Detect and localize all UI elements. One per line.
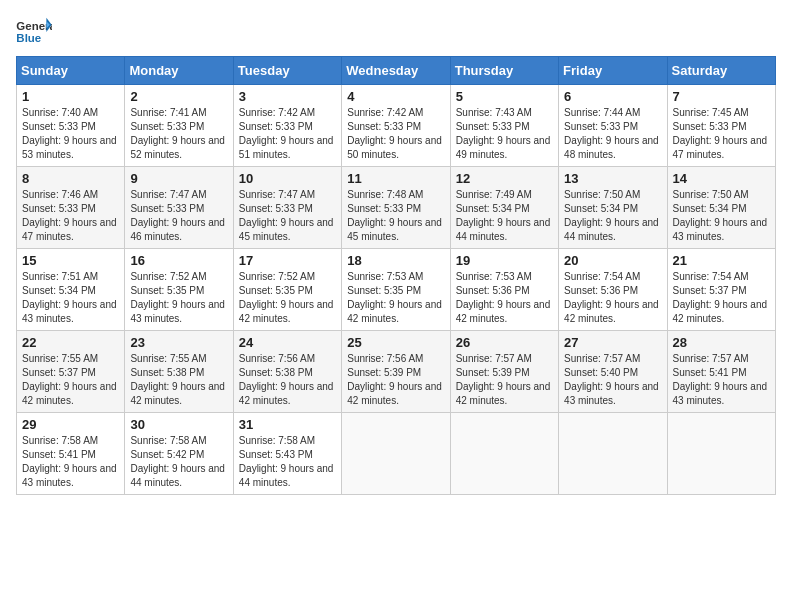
calendar-cell: 30 Sunrise: 7:58 AM Sunset: 5:42 PM Dayl…: [125, 413, 233, 495]
day-number: 21: [673, 253, 770, 268]
day-info: Sunrise: 7:52 AM Sunset: 5:35 PM Dayligh…: [239, 270, 336, 326]
day-number: 22: [22, 335, 119, 350]
day-info: Sunrise: 7:44 AM Sunset: 5:33 PM Dayligh…: [564, 106, 661, 162]
day-info: Sunrise: 7:55 AM Sunset: 5:37 PM Dayligh…: [22, 352, 119, 408]
day-number: 14: [673, 171, 770, 186]
day-number: 27: [564, 335, 661, 350]
day-number: 23: [130, 335, 227, 350]
day-info: Sunrise: 7:54 AM Sunset: 5:36 PM Dayligh…: [564, 270, 661, 326]
calendar-cell: [667, 413, 775, 495]
column-header-saturday: Saturday: [667, 57, 775, 85]
calendar-cell: 10 Sunrise: 7:47 AM Sunset: 5:33 PM Dayl…: [233, 167, 341, 249]
day-info: Sunrise: 7:57 AM Sunset: 5:41 PM Dayligh…: [673, 352, 770, 408]
column-header-wednesday: Wednesday: [342, 57, 450, 85]
day-number: 10: [239, 171, 336, 186]
day-number: 12: [456, 171, 553, 186]
logo: General Blue: [16, 16, 52, 46]
calendar-cell: 31 Sunrise: 7:58 AM Sunset: 5:43 PM Dayl…: [233, 413, 341, 495]
calendar-cell: 9 Sunrise: 7:47 AM Sunset: 5:33 PM Dayli…: [125, 167, 233, 249]
calendar-cell: 22 Sunrise: 7:55 AM Sunset: 5:37 PM Dayl…: [17, 331, 125, 413]
day-number: 3: [239, 89, 336, 104]
day-number: 15: [22, 253, 119, 268]
day-number: 30: [130, 417, 227, 432]
column-header-tuesday: Tuesday: [233, 57, 341, 85]
day-number: 7: [673, 89, 770, 104]
calendar-cell: 21 Sunrise: 7:54 AM Sunset: 5:37 PM Dayl…: [667, 249, 775, 331]
day-info: Sunrise: 7:51 AM Sunset: 5:34 PM Dayligh…: [22, 270, 119, 326]
day-info: Sunrise: 7:42 AM Sunset: 5:33 PM Dayligh…: [239, 106, 336, 162]
day-info: Sunrise: 7:53 AM Sunset: 5:36 PM Dayligh…: [456, 270, 553, 326]
calendar-cell: 7 Sunrise: 7:45 AM Sunset: 5:33 PM Dayli…: [667, 85, 775, 167]
day-number: 29: [22, 417, 119, 432]
day-number: 8: [22, 171, 119, 186]
calendar-cell: 18 Sunrise: 7:53 AM Sunset: 5:35 PM Dayl…: [342, 249, 450, 331]
day-info: Sunrise: 7:55 AM Sunset: 5:38 PM Dayligh…: [130, 352, 227, 408]
calendar-week-2: 8 Sunrise: 7:46 AM Sunset: 5:33 PM Dayli…: [17, 167, 776, 249]
day-info: Sunrise: 7:56 AM Sunset: 5:39 PM Dayligh…: [347, 352, 444, 408]
day-info: Sunrise: 7:45 AM Sunset: 5:33 PM Dayligh…: [673, 106, 770, 162]
day-info: Sunrise: 7:49 AM Sunset: 5:34 PM Dayligh…: [456, 188, 553, 244]
day-info: Sunrise: 7:46 AM Sunset: 5:33 PM Dayligh…: [22, 188, 119, 244]
calendar-cell: 11 Sunrise: 7:48 AM Sunset: 5:33 PM Dayl…: [342, 167, 450, 249]
calendar-cell: 4 Sunrise: 7:42 AM Sunset: 5:33 PM Dayli…: [342, 85, 450, 167]
calendar-cell: 24 Sunrise: 7:56 AM Sunset: 5:38 PM Dayl…: [233, 331, 341, 413]
calendar-cell: 2 Sunrise: 7:41 AM Sunset: 5:33 PM Dayli…: [125, 85, 233, 167]
day-info: Sunrise: 7:41 AM Sunset: 5:33 PM Dayligh…: [130, 106, 227, 162]
calendar-cell: 23 Sunrise: 7:55 AM Sunset: 5:38 PM Dayl…: [125, 331, 233, 413]
day-info: Sunrise: 7:50 AM Sunset: 5:34 PM Dayligh…: [564, 188, 661, 244]
calendar-cell: [450, 413, 558, 495]
day-info: Sunrise: 7:47 AM Sunset: 5:33 PM Dayligh…: [130, 188, 227, 244]
day-number: 11: [347, 171, 444, 186]
day-number: 4: [347, 89, 444, 104]
calendar-cell: 28 Sunrise: 7:57 AM Sunset: 5:41 PM Dayl…: [667, 331, 775, 413]
calendar-cell: 25 Sunrise: 7:56 AM Sunset: 5:39 PM Dayl…: [342, 331, 450, 413]
calendar-header-row: SundayMondayTuesdayWednesdayThursdayFrid…: [17, 57, 776, 85]
calendar-cell: 16 Sunrise: 7:52 AM Sunset: 5:35 PM Dayl…: [125, 249, 233, 331]
day-info: Sunrise: 7:52 AM Sunset: 5:35 PM Dayligh…: [130, 270, 227, 326]
calendar-cell: 20 Sunrise: 7:54 AM Sunset: 5:36 PM Dayl…: [559, 249, 667, 331]
column-header-thursday: Thursday: [450, 57, 558, 85]
calendar-cell: 6 Sunrise: 7:44 AM Sunset: 5:33 PM Dayli…: [559, 85, 667, 167]
calendar-cell: [559, 413, 667, 495]
calendar-week-4: 22 Sunrise: 7:55 AM Sunset: 5:37 PM Dayl…: [17, 331, 776, 413]
day-number: 17: [239, 253, 336, 268]
calendar-cell: 13 Sunrise: 7:50 AM Sunset: 5:34 PM Dayl…: [559, 167, 667, 249]
day-number: 28: [673, 335, 770, 350]
calendar-cell: [342, 413, 450, 495]
calendar-cell: 29 Sunrise: 7:58 AM Sunset: 5:41 PM Dayl…: [17, 413, 125, 495]
day-number: 31: [239, 417, 336, 432]
day-info: Sunrise: 7:58 AM Sunset: 5:43 PM Dayligh…: [239, 434, 336, 490]
calendar-week-3: 15 Sunrise: 7:51 AM Sunset: 5:34 PM Dayl…: [17, 249, 776, 331]
calendar: SundayMondayTuesdayWednesdayThursdayFrid…: [16, 56, 776, 495]
calendar-cell: 19 Sunrise: 7:53 AM Sunset: 5:36 PM Dayl…: [450, 249, 558, 331]
calendar-cell: 5 Sunrise: 7:43 AM Sunset: 5:33 PM Dayli…: [450, 85, 558, 167]
calendar-cell: 1 Sunrise: 7:40 AM Sunset: 5:33 PM Dayli…: [17, 85, 125, 167]
calendar-cell: 17 Sunrise: 7:52 AM Sunset: 5:35 PM Dayl…: [233, 249, 341, 331]
day-number: 13: [564, 171, 661, 186]
day-info: Sunrise: 7:48 AM Sunset: 5:33 PM Dayligh…: [347, 188, 444, 244]
calendar-cell: 26 Sunrise: 7:57 AM Sunset: 5:39 PM Dayl…: [450, 331, 558, 413]
column-header-monday: Monday: [125, 57, 233, 85]
day-number: 18: [347, 253, 444, 268]
day-info: Sunrise: 7:54 AM Sunset: 5:37 PM Dayligh…: [673, 270, 770, 326]
day-info: Sunrise: 7:50 AM Sunset: 5:34 PM Dayligh…: [673, 188, 770, 244]
day-number: 25: [347, 335, 444, 350]
day-info: Sunrise: 7:42 AM Sunset: 5:33 PM Dayligh…: [347, 106, 444, 162]
calendar-cell: 27 Sunrise: 7:57 AM Sunset: 5:40 PM Dayl…: [559, 331, 667, 413]
day-info: Sunrise: 7:57 AM Sunset: 5:40 PM Dayligh…: [564, 352, 661, 408]
calendar-cell: 12 Sunrise: 7:49 AM Sunset: 5:34 PM Dayl…: [450, 167, 558, 249]
day-number: 16: [130, 253, 227, 268]
day-info: Sunrise: 7:53 AM Sunset: 5:35 PM Dayligh…: [347, 270, 444, 326]
day-number: 2: [130, 89, 227, 104]
calendar-cell: 14 Sunrise: 7:50 AM Sunset: 5:34 PM Dayl…: [667, 167, 775, 249]
day-number: 26: [456, 335, 553, 350]
calendar-cell: 8 Sunrise: 7:46 AM Sunset: 5:33 PM Dayli…: [17, 167, 125, 249]
calendar-week-5: 29 Sunrise: 7:58 AM Sunset: 5:41 PM Dayl…: [17, 413, 776, 495]
calendar-cell: 15 Sunrise: 7:51 AM Sunset: 5:34 PM Dayl…: [17, 249, 125, 331]
calendar-cell: 3 Sunrise: 7:42 AM Sunset: 5:33 PM Dayli…: [233, 85, 341, 167]
day-number: 9: [130, 171, 227, 186]
day-number: 24: [239, 335, 336, 350]
header: General Blue: [16, 16, 776, 46]
calendar-week-1: 1 Sunrise: 7:40 AM Sunset: 5:33 PM Dayli…: [17, 85, 776, 167]
column-header-friday: Friday: [559, 57, 667, 85]
